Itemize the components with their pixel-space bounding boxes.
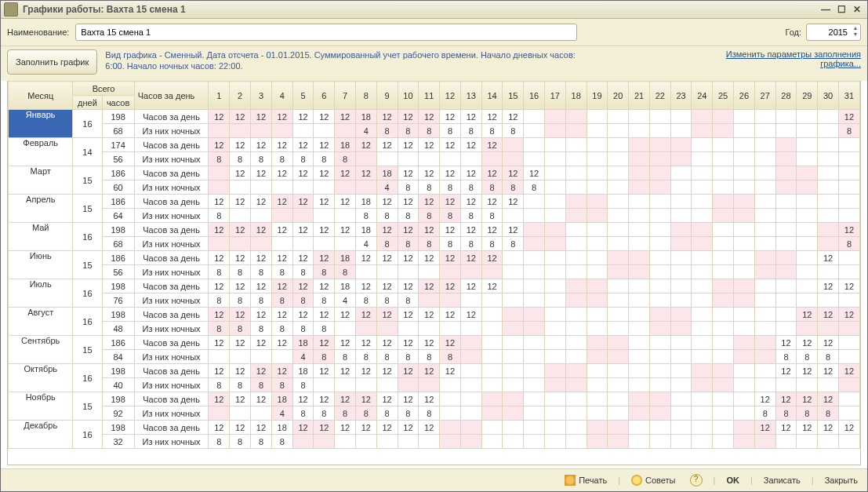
- cell-night[interactable]: [230, 350, 251, 364]
- cell-night[interactable]: [503, 350, 524, 364]
- cell-night[interactable]: 8: [292, 293, 314, 308]
- cell-night[interactable]: 8: [398, 180, 419, 195]
- cell-hours[interactable]: 12: [251, 308, 272, 322]
- cell-hours[interactable]: 12: [355, 421, 376, 435]
- cell-night[interactable]: [649, 209, 670, 223]
- cell-hours[interactable]: [734, 223, 755, 237]
- cell-night[interactable]: [713, 124, 734, 138]
- cell-night[interactable]: 8: [503, 237, 524, 251]
- cell-night[interactable]: [460, 265, 481, 279]
- cell-night[interactable]: [524, 152, 545, 166]
- col-days[interactable]: дней: [73, 96, 102, 110]
- cell-night[interactable]: [481, 350, 503, 364]
- cell-hours[interactable]: 12: [440, 110, 461, 124]
- cell-night[interactable]: [544, 293, 565, 308]
- month-cell[interactable]: Январь: [9, 110, 73, 138]
- cell-hours[interactable]: [565, 364, 587, 378]
- hours-total[interactable]: 198: [102, 392, 134, 406]
- cell-night[interactable]: [692, 435, 713, 449]
- cell-night[interactable]: 8: [335, 350, 356, 364]
- cell-hours[interactable]: [587, 166, 608, 180]
- cell-night[interactable]: [734, 237, 755, 251]
- cell-night[interactable]: 8: [355, 350, 376, 364]
- cell-hours[interactable]: [692, 308, 713, 322]
- cell-night[interactable]: [481, 152, 503, 166]
- cell-hours[interactable]: [587, 138, 608, 152]
- cell-night[interactable]: [271, 124, 292, 138]
- month-cell[interactable]: Апрель: [9, 195, 73, 223]
- cell-hours[interactable]: 12: [838, 279, 859, 293]
- hours-total[interactable]: 198: [102, 421, 134, 435]
- cell-night[interactable]: 4: [335, 293, 356, 308]
- cell-hours[interactable]: [754, 195, 775, 209]
- col-day-23[interactable]: 23: [670, 82, 692, 110]
- cell-hours[interactable]: 12: [271, 195, 292, 209]
- cell-night[interactable]: 8: [335, 265, 356, 279]
- cell-hours[interactable]: 12: [419, 279, 440, 293]
- cell-night[interactable]: [629, 209, 650, 223]
- cell-hours[interactable]: 12: [230, 421, 251, 435]
- cell-night[interactable]: [713, 152, 734, 166]
- cell-hours[interactable]: 12: [419, 138, 440, 152]
- cell-night[interactable]: [629, 435, 650, 449]
- cell-night[interactable]: [271, 209, 292, 223]
- cell-night[interactable]: 8: [251, 435, 272, 449]
- cell-hours[interactable]: 12: [251, 336, 272, 350]
- cell-hours[interactable]: [818, 223, 839, 237]
- cell-hours[interactable]: [503, 421, 524, 435]
- days-total[interactable]: 14: [73, 138, 102, 166]
- cell-night[interactable]: [713, 406, 734, 421]
- cell-night[interactable]: [818, 435, 839, 449]
- cell-hours[interactable]: 12: [376, 392, 398, 406]
- cell-hours[interactable]: [629, 392, 650, 406]
- cell-hours[interactable]: 12: [440, 166, 461, 180]
- cell-night[interactable]: [734, 209, 755, 223]
- cell-hours[interactable]: 18: [335, 279, 356, 293]
- cell-hours[interactable]: 12: [440, 364, 461, 378]
- cell-hours[interactable]: [481, 364, 503, 378]
- cell-night[interactable]: [754, 180, 775, 195]
- cell-hours[interactable]: [818, 166, 839, 180]
- cell-hours[interactable]: [629, 279, 650, 293]
- cell-night[interactable]: [503, 209, 524, 223]
- cell-night[interactable]: [587, 350, 608, 364]
- cell-hours[interactable]: [818, 138, 839, 152]
- cell-hours[interactable]: [481, 308, 503, 322]
- cell-hours[interactable]: 12: [230, 138, 251, 152]
- cell-night[interactable]: 8: [481, 180, 503, 195]
- cell-night[interactable]: [734, 293, 755, 308]
- night-total[interactable]: 64: [102, 209, 134, 223]
- col-day-28[interactable]: 28: [775, 82, 797, 110]
- cell-hours[interactable]: [670, 421, 692, 435]
- cell-night[interactable]: 8: [481, 124, 503, 138]
- cell-hours[interactable]: 12: [251, 195, 272, 209]
- cell-hours[interactable]: [692, 279, 713, 293]
- cell-night[interactable]: [209, 350, 230, 364]
- cell-night[interactable]: [209, 124, 230, 138]
- cell-hours[interactable]: 12: [335, 421, 356, 435]
- col-day-22[interactable]: 22: [649, 82, 670, 110]
- cell-night[interactable]: [355, 435, 376, 449]
- cell-hours[interactable]: [587, 364, 608, 378]
- cell-night[interactable]: [692, 293, 713, 308]
- cell-hours[interactable]: 18: [292, 364, 314, 378]
- cell-hours[interactable]: 12: [292, 138, 314, 152]
- cell-hours[interactable]: [629, 336, 650, 350]
- cell-hours[interactable]: 12: [230, 336, 251, 350]
- cell-hours[interactable]: [524, 364, 545, 378]
- cell-night[interactable]: [754, 322, 775, 336]
- cell-hours[interactable]: [754, 251, 775, 265]
- cell-hours[interactable]: [649, 421, 670, 435]
- cell-hours[interactable]: 12: [251, 223, 272, 237]
- cell-hours[interactable]: [670, 223, 692, 237]
- hours-total[interactable]: 186: [102, 251, 134, 265]
- cell-night[interactable]: [734, 265, 755, 279]
- cell-night[interactable]: [838, 265, 859, 279]
- cell-night[interactable]: [587, 180, 608, 195]
- cell-hours[interactable]: 12: [314, 166, 335, 180]
- cell-hours[interactable]: 12: [838, 308, 859, 322]
- cell-hours[interactable]: [818, 195, 839, 209]
- cell-hours[interactable]: [524, 336, 545, 350]
- cell-hours[interactable]: [692, 392, 713, 406]
- cell-hours[interactable]: [734, 279, 755, 293]
